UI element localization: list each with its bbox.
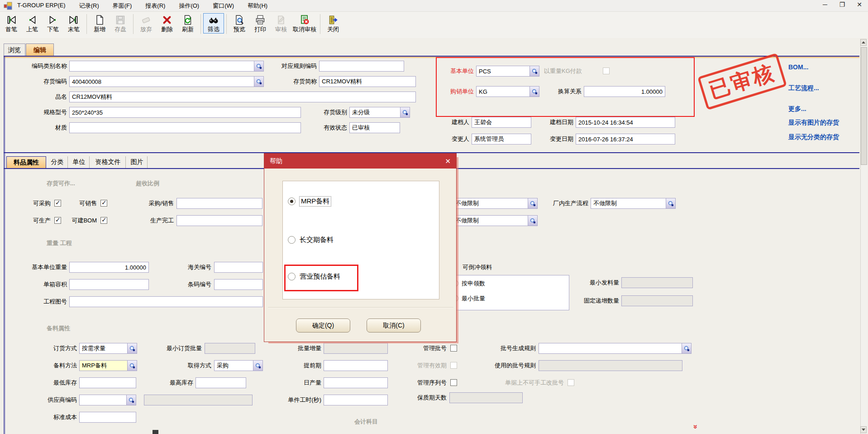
lookup-button[interactable] xyxy=(127,360,137,371)
menu-operate[interactable]: 操作(O) xyxy=(179,2,199,10)
customs-input[interactable] xyxy=(214,262,263,273)
toolbar-new-button[interactable]: 新增 xyxy=(89,13,110,34)
cancel-button[interactable]: 取消(C) xyxy=(367,318,421,333)
tab-browse[interactable]: 浏览 xyxy=(4,43,25,56)
lookup-button[interactable] xyxy=(682,343,692,354)
spec-input[interactable] xyxy=(69,107,301,118)
used-rule-input[interactable] xyxy=(539,360,682,371)
link-show-with-images[interactable]: 显示有图片的存货 xyxy=(788,119,868,127)
lookup-button[interactable] xyxy=(528,215,538,226)
lookup-button[interactable] xyxy=(666,198,676,209)
batch-incr-input[interactable] xyxy=(324,343,388,354)
item-code-input[interactable] xyxy=(69,76,254,87)
scroll-down-icon[interactable] xyxy=(860,426,867,433)
menu-app[interactable]: T-GROUP ERP(E) xyxy=(17,2,66,10)
can-build-bom-checkbox[interactable] xyxy=(100,217,107,224)
option-mrp[interactable]: MRP备料 xyxy=(288,197,331,206)
toolbar-cancel-audit-button[interactable]: 取消审核 xyxy=(291,13,318,34)
max-stock-input[interactable] xyxy=(196,377,246,388)
unit-time-input[interactable] xyxy=(324,395,388,405)
limit1-input[interactable] xyxy=(453,198,528,209)
lookup-button[interactable] xyxy=(254,76,264,87)
min-order-input[interactable] xyxy=(205,343,255,354)
drawing-no-input[interactable] xyxy=(69,296,263,307)
manage-serial-checkbox[interactable] xyxy=(450,379,457,386)
item-name-input[interactable] xyxy=(69,92,416,102)
lookup-button[interactable] xyxy=(127,343,137,354)
base-weight-input[interactable] xyxy=(69,262,149,273)
prod-finish-input[interactable] xyxy=(176,215,262,226)
lookup-button[interactable] xyxy=(126,395,136,405)
minimize-icon[interactable]: ─ xyxy=(820,1,830,8)
scroll-up-icon[interactable] xyxy=(860,39,867,46)
min-stock-input[interactable] xyxy=(79,377,136,388)
toolbar-first-button[interactable]: 首笔 xyxy=(1,13,22,34)
menu-report[interactable]: 报表(R) xyxy=(145,2,165,10)
toolbar-delete-button[interactable]: 删除 xyxy=(157,13,177,34)
barcode-input[interactable] xyxy=(214,279,263,290)
prep-method-input[interactable] xyxy=(79,360,127,371)
limit2-input[interactable] xyxy=(453,215,528,226)
rule-code-input[interactable] xyxy=(319,61,404,72)
toolbar-abandon-button[interactable]: 放弃 xyxy=(136,13,157,34)
no-manual-batch-checkbox[interactable] xyxy=(568,379,574,386)
lead-time-input[interactable] xyxy=(324,360,388,371)
link-bom[interactable]: BOM... xyxy=(788,63,868,71)
item-level-input[interactable] xyxy=(349,107,400,118)
toolbar-audit-button[interactable]: 审核 xyxy=(271,13,291,34)
factory-flow-input[interactable] xyxy=(591,198,666,209)
sellable-checkbox[interactable] xyxy=(100,200,107,207)
manage-valid-checkbox[interactable] xyxy=(450,362,457,369)
toolbar-prev-button[interactable]: 上笔 xyxy=(22,13,43,34)
menu-record[interactable]: 记录(R) xyxy=(79,2,99,10)
subtab-units[interactable]: 单位 xyxy=(69,156,90,168)
toolbar-save-button[interactable]: 存盘 xyxy=(110,13,131,34)
toolbar-filter-button[interactable]: 筛选 xyxy=(203,13,224,34)
std-cost-input[interactable] xyxy=(79,412,136,423)
option-sales-forecast[interactable]: 营业预估备料 xyxy=(288,272,340,281)
min-issue-input[interactable] xyxy=(621,277,693,288)
link-show-unclassified[interactable]: 显示无分类的存货 xyxy=(788,133,868,141)
manage-batch-checkbox[interactable] xyxy=(450,345,457,352)
lookup-button[interactable] xyxy=(528,198,538,209)
toolbar-refresh-button[interactable]: 刷新 xyxy=(177,13,198,34)
lookup-button[interactable] xyxy=(253,360,263,371)
order-mode-input[interactable] xyxy=(79,343,127,354)
pay-by-kg-checkbox[interactable] xyxy=(603,68,610,74)
menu-window[interactable]: 窗口(W) xyxy=(213,2,234,10)
lookup-button[interactable] xyxy=(254,61,264,72)
batch-rule-input[interactable] xyxy=(539,343,682,354)
shelf-days-input[interactable] xyxy=(449,392,523,403)
lookup-button[interactable] xyxy=(529,86,539,97)
trade-unit-input[interactable] xyxy=(476,86,529,97)
supplier-input[interactable] xyxy=(79,395,126,405)
toolbar-preview-button[interactable]: 预览 xyxy=(229,13,250,34)
restore-icon[interactable]: ❐ xyxy=(837,1,847,8)
scrollbar-thumb[interactable] xyxy=(861,47,867,165)
menu-interface[interactable]: 界面(F) xyxy=(113,2,132,10)
dialog-close-icon[interactable]: ✕ xyxy=(445,157,451,165)
tab-edit[interactable]: 编辑 xyxy=(26,43,54,56)
purchase-sale-input[interactable] xyxy=(176,198,262,209)
link-more[interactable]: 更多... xyxy=(788,105,868,113)
close-icon[interactable]: ✕ xyxy=(854,1,864,8)
code-category-input[interactable] xyxy=(69,61,254,72)
toolbar-next-button[interactable]: 下笔 xyxy=(43,13,63,34)
material-input[interactable] xyxy=(69,122,301,133)
lookup-button[interactable] xyxy=(400,107,410,118)
subtab-classification[interactable]: 分类 xyxy=(47,156,68,168)
toolbar-last-button[interactable]: 末笔 xyxy=(63,13,84,34)
subtab-item-properties[interactable]: 料品属性 xyxy=(6,156,46,168)
purchasable-checkbox[interactable] xyxy=(54,200,61,207)
link-process-flow[interactable]: 工艺流程... xyxy=(788,84,868,92)
toolbar-close-button[interactable]: 关闭 xyxy=(323,13,343,34)
sales-forecast-radio[interactable] xyxy=(288,273,296,280)
fixed-incr-input[interactable] xyxy=(621,295,693,306)
option-long-leadtime[interactable]: 长交期备料 xyxy=(288,236,334,244)
daily-output-input[interactable] xyxy=(324,377,388,388)
lookup-button[interactable] xyxy=(529,66,539,77)
help-dialog-titlebar[interactable]: 帮助 ✕ xyxy=(264,154,456,169)
item-abbr-input[interactable] xyxy=(319,76,416,87)
subtab-qualification[interactable]: 资格文件 xyxy=(91,156,126,168)
producible-checkbox[interactable] xyxy=(54,217,61,224)
